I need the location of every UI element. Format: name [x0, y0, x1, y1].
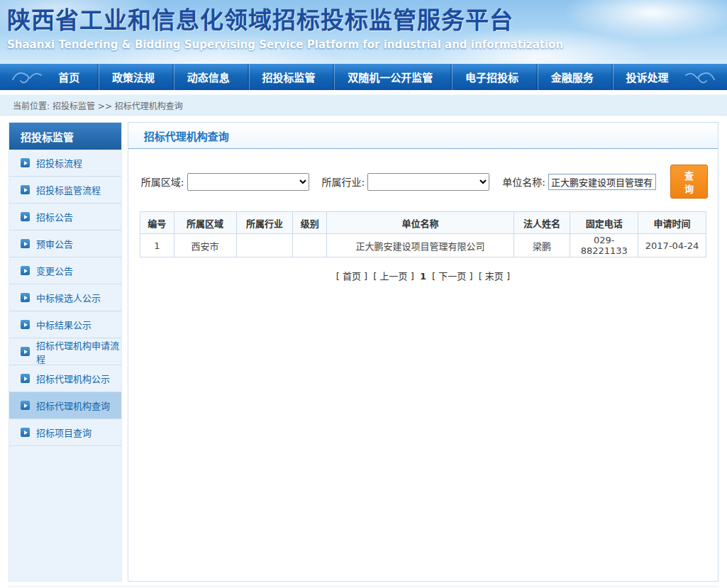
page-body: 招投标监管 招投标流程 招投标监管流程 招标公告	[0, 116, 727, 580]
main-panel: 招标代理机构查询 所属区域: 所属行业: 单位名称: 查询	[128, 122, 718, 582]
table-cell: 西安市	[174, 234, 236, 257]
sidebar-item[interactable]: 招标代理机构申请流程	[9, 338, 121, 365]
filter-bar: 所属区域: 所属行业: 单位名称: 查询	[128, 149, 718, 211]
table-header-cell: 单位名称	[327, 212, 514, 234]
sidebar-item-label: 招投标流程	[36, 156, 82, 170]
pager-last[interactable]: [ 末页 ]	[479, 271, 510, 282]
nav-items: 首页 政策法规 动态信息 招投标监管 双随机一公开监管 电子招投标 金融服务	[43, 64, 684, 90]
sidebar-menu: 招投标流程 招投标监管流程 招标公告 预审公告	[9, 150, 121, 446]
sidebar-item[interactable]: 中标候选人公示	[9, 284, 121, 311]
sidebar-item-label: 招标项目查询	[36, 426, 91, 439]
cloud-ornament-icon	[10, 68, 44, 85]
table-header-cell: 所属区域	[174, 212, 236, 234]
site-title: 陕西省工业和信息化领域招标投标监管服务平台	[7, 6, 727, 35]
pager-first[interactable]: [ 首页 ]	[336, 271, 367, 282]
sidebar-item-label: 变更公告	[36, 264, 73, 277]
sidebar-item-label: 招标代理机构查询	[36, 399, 110, 412]
table-body: 1西安市正大鹏安建设项目管理有限公司梁鹏029-882211332017-04-…	[140, 234, 706, 257]
item-bullet-icon	[21, 428, 30, 437]
sidebar-item-label: 招标代理机构申请流程	[36, 338, 121, 365]
table-cell: 2017-04-24	[638, 234, 706, 257]
sidebar-item[interactable]: 招标代理机构公示	[9, 365, 121, 392]
sidebar-item-label: 中标结果公示	[36, 318, 91, 331]
sidebar-item[interactable]: 中标结果公示	[9, 311, 121, 338]
item-bullet-icon	[21, 347, 30, 356]
nav-item[interactable]: 招投标监管	[249, 64, 328, 90]
sidebar-item[interactable]: 招投标监管流程	[9, 177, 121, 204]
sidebar-item-label: 招标公告	[36, 210, 73, 223]
breadcrumb: 当前位置: 招投标监管 >> 招标代理机构查询	[0, 94, 727, 116]
sidebar-item[interactable]: 招标项目查询	[9, 419, 121, 446]
item-bullet-icon	[21, 266, 30, 275]
sidebar-item[interactable]: 招标代理机构查询	[9, 392, 121, 419]
nav-item-label: 金融服务	[551, 70, 594, 84]
table-cell	[293, 234, 327, 257]
sidebar-item[interactable]: 变更公告	[9, 257, 121, 284]
nav-item-label: 双随机一公开监管	[348, 70, 433, 84]
region-select[interactable]	[187, 173, 309, 191]
pager-next[interactable]: [ 下一页 ]	[432, 271, 472, 282]
pager-current-page: 1	[420, 271, 426, 282]
table-header-cell: 编号	[140, 212, 174, 234]
nav-item[interactable]: 政策法规	[99, 64, 167, 90]
unit-name-input[interactable]	[548, 174, 656, 190]
site-banner: 陕西省工业和信息化领域招标投标监管服务平台 Shaanxi Tendering …	[0, 0, 727, 64]
sidebar-item[interactable]: 预审公告	[9, 231, 121, 257]
table-header-cell: 级别	[293, 212, 327, 234]
breadcrumb-path: 招投标监管 >> 招标代理机构查询	[52, 99, 183, 111]
nav-item[interactable]: 双随机一公开监管	[334, 64, 445, 90]
sidebar-item-label: 招投标监管流程	[36, 183, 101, 196]
pager-prev[interactable]: [ 上一页 ]	[373, 271, 414, 282]
industry-label: 所属行业:	[322, 174, 365, 189]
search-button[interactable]: 查询	[670, 165, 708, 199]
sidebar-item[interactable]: 招投标流程	[9, 150, 121, 177]
table-header-cell: 固定电话	[570, 212, 638, 234]
table-header-cell: 申请时间	[638, 212, 706, 234]
item-bullet-icon	[21, 185, 30, 194]
nav-item[interactable]: 电子招投标	[452, 64, 531, 90]
pagination: [ 首页 ] [ 上一页 ] 1 [ 下一页 ] [ 末页 ]	[128, 269, 718, 282]
industry-select[interactable]	[367, 173, 489, 191]
item-bullet-icon	[21, 158, 30, 167]
item-bullet-icon	[21, 212, 30, 221]
table-cell	[236, 234, 293, 257]
nav-item-label: 电子招投标	[465, 70, 518, 84]
item-bullet-icon	[21, 374, 30, 383]
sidebar-item-label: 预审公告	[36, 237, 73, 250]
sidebar-item-label: 招标代理机构公示	[36, 372, 110, 385]
sidebar: 招投标监管 招投标流程 招投标监管流程 招标公告	[9, 122, 122, 582]
nav-item-label: 首页	[58, 70, 79, 84]
table-cell: 正大鹏安建设项目管理有限公司	[327, 234, 514, 257]
item-bullet-icon	[21, 401, 30, 410]
table-header-cell: 法人姓名	[514, 212, 570, 234]
nav-item[interactable]: 动态信息	[174, 64, 243, 90]
table-cell: 1	[140, 234, 174, 257]
table-header-row: 编号 所属区域 所属行业 级别 单位名称 法人姓名 固定电话	[140, 212, 706, 234]
table-cell: 029-88221133	[570, 234, 638, 257]
cloud-ornament-icon	[683, 68, 717, 85]
result-table-wrap: 编号 所属区域 所属行业 级别 单位名称 法人姓名 固定电话	[128, 211, 718, 257]
nav-item-label: 政策法规	[112, 70, 155, 84]
table-header-cell: 所属行业	[236, 212, 293, 234]
nav-item[interactable]: 投诉处理	[613, 64, 682, 90]
nav-item-label: 投诉处理	[626, 70, 669, 84]
sidebar-item-label: 中标候选人公示	[36, 291, 101, 304]
panel-title: 招标代理机构查询	[128, 123, 718, 149]
item-bullet-icon	[21, 293, 30, 302]
nav-item[interactable]: 金融服务	[538, 64, 606, 90]
nav-item[interactable]: 首页	[45, 64, 92, 90]
unit-name-label: 单位名称:	[502, 174, 545, 189]
breadcrumb-label: 当前位置:	[13, 99, 50, 111]
nav-item-label: 动态信息	[187, 70, 230, 84]
item-bullet-icon	[21, 239, 30, 248]
footer-divider	[9, 586, 718, 587]
sidebar-item[interactable]: 招标公告	[9, 204, 121, 231]
nav-item-label: 招投标监管	[262, 70, 316, 84]
table-cell: 梁鹏	[514, 234, 570, 257]
site-subtitle: Shaanxi Tendering & Bidding Supervising …	[7, 38, 727, 51]
top-navigation: 首页 政策法规 动态信息 招投标监管 双随机一公开监管 电子招投标 金融服务	[0, 64, 727, 90]
sidebar-title: 招投标监管	[9, 123, 121, 150]
region-label: 所属区域:	[141, 174, 184, 189]
result-table: 编号 所属区域 所属行业 级别 单位名称 法人姓名 固定电话	[140, 211, 706, 257]
item-bullet-icon	[21, 320, 30, 329]
